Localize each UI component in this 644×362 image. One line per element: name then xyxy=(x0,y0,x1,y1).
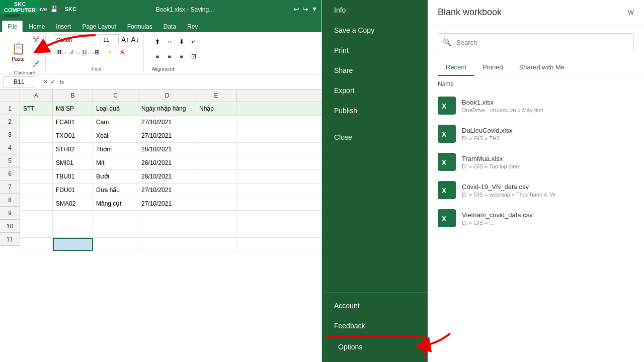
cell-a4[interactable] xyxy=(20,143,53,156)
formula-input[interactable] xyxy=(68,76,318,87)
paste-button[interactable]: 📋 Paste xyxy=(8,42,28,62)
cell-b4[interactable]: STH02 xyxy=(53,143,93,156)
tab-shared[interactable]: Shared with Me xyxy=(511,59,573,76)
cell-d8[interactable]: 27/10/2021 xyxy=(138,197,196,210)
cell-b7[interactable]: FDU01 xyxy=(53,184,93,197)
corner-cell[interactable] xyxy=(0,89,20,102)
cell-b6[interactable]: TBU01 xyxy=(53,170,93,183)
tab-pinned[interactable]: Pinned xyxy=(474,59,511,76)
menu-item-account[interactable]: Account xyxy=(322,296,428,316)
cell-e11[interactable] xyxy=(196,238,236,251)
redo-icon[interactable]: ↪ xyxy=(302,5,308,13)
list-item[interactable]: X DuLieuCovid.xlsx D: » GIS » TH3 xyxy=(428,120,644,148)
font-size-input[interactable] xyxy=(101,34,119,45)
customize-icon[interactable]: ▼ xyxy=(311,6,317,13)
tab-formulas[interactable]: Formulas xyxy=(122,21,157,32)
copy-button[interactable]: 📄 xyxy=(30,46,41,57)
cell-d3[interactable]: 27/10/2021 xyxy=(138,129,196,142)
cell-e6[interactable] xyxy=(196,170,236,183)
italic-button[interactable]: I xyxy=(66,47,77,58)
cut-button[interactable]: ✂️ xyxy=(30,34,41,45)
cell-c2[interactable]: Cam xyxy=(93,116,138,129)
cancel-formula-icon[interactable]: ✕ xyxy=(43,78,48,85)
col-header-a[interactable]: A xyxy=(20,89,53,102)
cell-c4[interactable]: Thơm xyxy=(93,143,138,156)
menu-item-export[interactable]: Export xyxy=(322,80,428,101)
list-item[interactable]: X Vietnam_covid_data.csv D: » GIS » ... xyxy=(428,204,644,232)
tab-home[interactable]: Home xyxy=(24,21,50,32)
row-header-4[interactable]: 4 xyxy=(0,141,20,154)
cell-e2[interactable] xyxy=(196,116,236,129)
row-header-10[interactable]: 10 xyxy=(0,220,20,233)
cell-a7[interactable] xyxy=(20,184,53,197)
cell-e4[interactable] xyxy=(196,143,236,156)
borders-button[interactable]: ⊞ xyxy=(92,47,103,58)
tab-insert[interactable]: Insert xyxy=(51,21,76,32)
tab-file[interactable]: File xyxy=(2,21,23,32)
cell-a8[interactable] xyxy=(20,197,53,210)
cell-c11[interactable] xyxy=(93,238,138,251)
tab-page-layout[interactable]: Page Layout xyxy=(77,21,121,32)
list-item[interactable]: X Book1.xlsx OneDrive - ntu.edu.vn » Máy… xyxy=(428,92,644,120)
cell-d11[interactable] xyxy=(138,238,196,251)
cell-e7[interactable] xyxy=(196,184,236,197)
cell-e1[interactable]: Nhập xyxy=(196,102,236,115)
increase-font-button[interactable]: A↑ xyxy=(121,36,129,44)
cell-d9[interactable] xyxy=(138,211,196,224)
underline-button[interactable]: U xyxy=(79,47,90,58)
cell-d5[interactable]: 28/10/2021 xyxy=(138,156,196,169)
cell-a2[interactable] xyxy=(20,116,53,129)
menu-item-publish[interactable]: Publish xyxy=(322,101,428,121)
row-header-6[interactable]: 6 xyxy=(0,167,20,180)
cell-b11[interactable] xyxy=(53,238,93,251)
cell-c7[interactable]: Dưa hấu xyxy=(93,184,138,197)
format-painter-button[interactable]: 🖌️ xyxy=(30,58,41,69)
tab-review[interactable]: Rev xyxy=(182,21,203,32)
tab-recent[interactable]: Recent xyxy=(438,59,474,76)
cell-a1[interactable]: STT xyxy=(20,102,53,115)
cell-d1[interactable]: Ngày nhập hàng xyxy=(138,102,196,115)
cell-e8[interactable] xyxy=(196,197,236,210)
row-header-11[interactable]: 11 xyxy=(0,233,20,246)
cell-b9[interactable] xyxy=(53,211,93,224)
cell-c9[interactable] xyxy=(93,211,138,224)
row-header-8[interactable]: 8 xyxy=(0,194,20,207)
align-bottom-button[interactable]: ⬇ xyxy=(176,36,187,47)
list-item[interactable]: X TramMua.xlsx D: » GIS » Tao lop diem xyxy=(428,148,644,176)
cell-reference-input[interactable] xyxy=(3,76,35,87)
wrap-text-button[interactable]: ↵ xyxy=(188,36,199,47)
cell-c6[interactable]: Bưởi xyxy=(93,170,138,183)
cell-b1[interactable]: Mã SP xyxy=(53,102,93,115)
cell-c5[interactable]: Mít xyxy=(93,156,138,169)
font-color-button[interactable]: A xyxy=(117,47,128,58)
row-header-3[interactable]: 3 xyxy=(0,128,20,141)
align-right-button[interactable]: ≡ xyxy=(176,51,187,62)
menu-item-feedback[interactable]: Feedback xyxy=(322,316,428,336)
merge-button[interactable]: ⊡ xyxy=(188,51,199,62)
bold-button[interactable]: B xyxy=(54,47,65,58)
align-top-button[interactable]: ⬆ xyxy=(152,36,163,47)
cell-b3[interactable]: TXO01 xyxy=(53,129,93,142)
menu-item-info[interactable]: Info xyxy=(322,0,428,20)
cell-e10[interactable] xyxy=(196,224,236,237)
fill-color-button[interactable]: A xyxy=(104,47,115,58)
cell-d2[interactable]: 27/10/2021 xyxy=(138,116,196,129)
cell-b10[interactable] xyxy=(53,224,93,237)
cell-d10[interactable] xyxy=(138,224,196,237)
function-icon[interactable]: fx xyxy=(60,79,64,85)
cell-a10[interactable] xyxy=(20,224,53,237)
align-left-button[interactable]: ≡ xyxy=(152,51,163,62)
menu-item-save-copy[interactable]: Save a Copy xyxy=(322,20,428,40)
cell-b8[interactable]: SMA02 xyxy=(53,197,93,210)
col-header-d[interactable]: D xyxy=(138,89,196,102)
cell-a9[interactable] xyxy=(20,211,53,224)
row-header-7[interactable]: 7 xyxy=(0,180,20,194)
row-header-2[interactable]: 2 xyxy=(0,115,20,128)
menu-item-options[interactable]: Options xyxy=(325,336,425,358)
save-icon[interactable]: 💾 xyxy=(50,6,58,13)
cell-c10[interactable] xyxy=(93,224,138,237)
list-item[interactable]: X Covid-19_VN_data.csv D: » GIS » webmap… xyxy=(428,176,644,204)
cell-a5[interactable] xyxy=(20,156,53,169)
cell-d6[interactable]: 28/10/2021 xyxy=(138,170,196,183)
align-center-button[interactable]: ≡ xyxy=(164,51,175,62)
